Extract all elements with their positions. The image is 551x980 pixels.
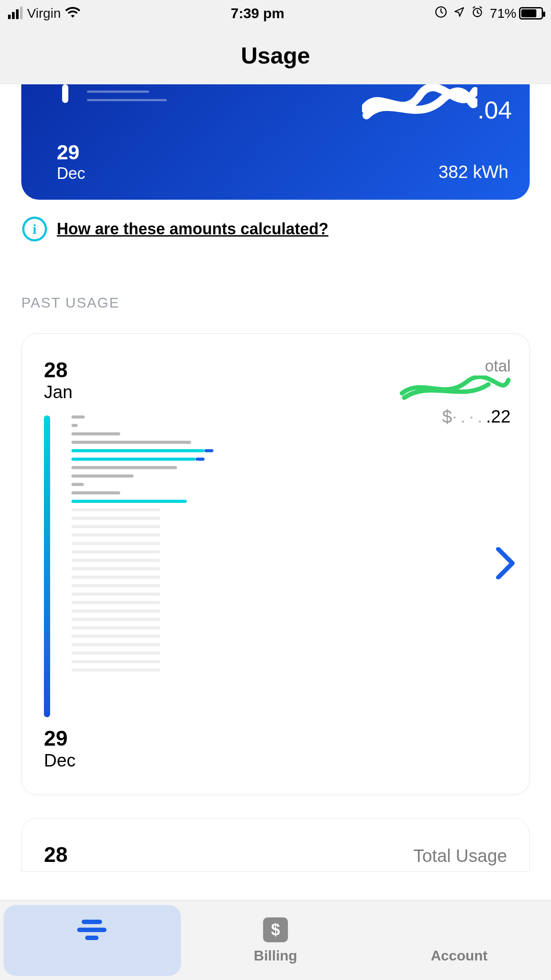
battery-icon — [519, 7, 543, 20]
battery-indicator: 71% — [490, 6, 543, 21]
current-period-card[interactable]: .04 29 Dec 382 kWh — [21, 84, 530, 200]
wifi-icon — [65, 6, 80, 21]
current-end-day: 29 — [57, 140, 85, 164]
tab-billing-label: Billing — [254, 948, 297, 964]
daily-usage-chart — [44, 415, 507, 717]
carrier-label: Virgin — [27, 6, 61, 21]
info-link-row[interactable]: i How are these amounts calculated? — [0, 200, 551, 241]
redacted-lines — [87, 91, 167, 107]
rotation-lock-icon — [435, 6, 447, 21]
info-icon: i — [22, 217, 47, 241]
daily-bars — [71, 415, 213, 672]
redaction-scribble-icon — [362, 84, 477, 124]
period-end-day: 29 — [44, 726, 507, 751]
tab-billing[interactable]: $ Billing — [184, 901, 367, 980]
battery-percent: 71% — [490, 6, 516, 21]
current-end-date: 29 Dec — [57, 140, 85, 183]
chevron-right-icon[interactable] — [495, 547, 516, 581]
tab-bar: Usage $ Billing Account — [0, 900, 551, 980]
period-gradient-bar-icon — [44, 415, 50, 717]
tab-usage[interactable]: Usage — [0, 901, 184, 980]
past-usage-card[interactable]: 28 Jan otal $·.·..22 29 Dec — [21, 333, 530, 795]
tab-account[interactable]: Account — [367, 901, 551, 980]
period-end-date: 29 Dec — [44, 726, 507, 771]
cellular-signal-icon — [8, 8, 23, 19]
past-amount-fragment: $·.·..22 — [400, 407, 511, 427]
total-usage-label: Total Usage — [413, 846, 507, 866]
current-amount-cents: .04 — [477, 95, 512, 124]
status-time: 7:39 pm — [231, 5, 284, 22]
redaction-scribble-icon — [400, 375, 511, 404]
past-usage-header: PAST USAGE — [0, 241, 551, 329]
current-amount: .04 — [362, 84, 512, 124]
page-title: Usage — [0, 27, 551, 84]
usage-tab-icon — [77, 917, 106, 943]
alarm-icon — [471, 6, 484, 21]
period-end-month: Dec — [44, 751, 507, 771]
status-right: 71% — [435, 6, 543, 21]
past-usage-card[interactable]: 28 Total Usage — [21, 818, 530, 872]
current-end-month: Dec — [57, 164, 85, 183]
card-totals: otal $·.·..22 — [400, 357, 511, 427]
billing-tab-icon: $ — [263, 917, 288, 943]
calculation-info-link[interactable]: How are these amounts calculated? — [57, 220, 328, 238]
current-kwh: 382 kWh — [438, 162, 508, 182]
status-bar: Virgin 7:39 pm 71% — [0, 0, 551, 27]
content-scroll[interactable]: .04 29 Dec 382 kWh i How are these amoun… — [0, 84, 551, 900]
location-icon — [453, 6, 465, 21]
tab-account-label: Account — [431, 948, 488, 964]
total-usage-label-fragment: otal — [400, 357, 511, 375]
period-bar-icon — [62, 84, 68, 103]
status-left: Virgin — [8, 6, 80, 21]
